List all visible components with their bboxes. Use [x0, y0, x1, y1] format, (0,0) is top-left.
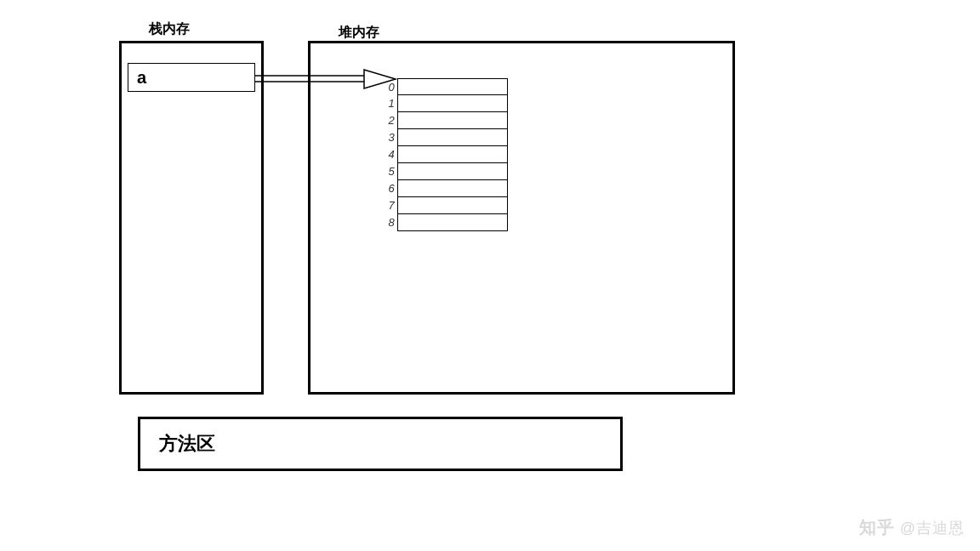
- watermark-author: @吉迪恩: [900, 518, 965, 538]
- array-row: 4: [398, 146, 507, 163]
- heap-array: 0 1 2 3 4 5 6 7 8: [397, 78, 508, 231]
- heap-memory-box: [308, 41, 735, 395]
- array-row: 3: [398, 129, 507, 146]
- array-index: 7: [386, 199, 396, 212]
- array-index: 5: [386, 165, 396, 178]
- array-row: 5: [398, 163, 507, 180]
- zhihu-logo: 知乎: [859, 516, 895, 539]
- array-row: 0: [398, 78, 507, 95]
- array-index: 4: [386, 148, 396, 161]
- array-row: 6: [398, 180, 507, 197]
- stack-memory-box: [119, 41, 264, 395]
- method-area-label: 方法区: [159, 431, 215, 457]
- array-row: 7: [398, 197, 507, 214]
- stack-variable-a: a: [128, 63, 255, 92]
- stack-variable-label: a: [137, 68, 146, 88]
- array-index: 0: [386, 81, 396, 94]
- array-index: 2: [386, 114, 396, 127]
- array-index: 1: [386, 97, 396, 110]
- heap-memory-label: 堆内存: [339, 24, 379, 42]
- array-index: 8: [386, 216, 396, 229]
- watermark: 知乎 @吉迪恩: [859, 516, 965, 539]
- array-row: 8: [398, 214, 507, 231]
- array-index: 6: [386, 182, 396, 195]
- array-row: 2: [398, 112, 507, 129]
- stack-memory-label: 栈内存: [149, 20, 190, 38]
- method-area-box: 方法区: [138, 417, 623, 471]
- array-index: 3: [386, 131, 396, 144]
- array-row: 1: [398, 95, 507, 112]
